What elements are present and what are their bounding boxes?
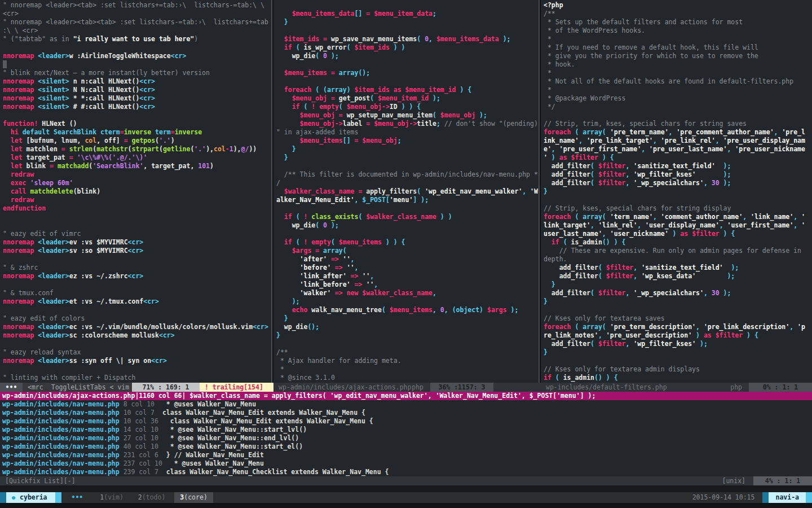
code-line: [3, 60, 271, 69]
code-line: * hook.: [544, 60, 812, 69]
code-line: * Not all of the default hooks are found…: [544, 77, 812, 86]
code-line: [276, 204, 539, 213]
quickfix-row[interactable]: wp-admin/includes/nav-menu.php 237 col 1…: [0, 459, 812, 468]
code-line: }: [276, 145, 539, 154]
quickfix-fileformat: [unix]: [722, 477, 745, 485]
quickfix-row[interactable]: wp-admin/includes/nav-menu.php 27 col 10…: [0, 434, 812, 443]
tmux-dots-icon: •••: [72, 493, 83, 502]
code-line: [3, 281, 271, 289]
code-line: 'walker' => new $walker_class_name,: [276, 289, 539, 297]
code-line: [276, 27, 539, 35]
code-line: ink_name', 'pre_link_target', 'pre_link_…: [544, 137, 812, 145]
code-line: nnoremap <leader>sc :colorscheme mollusk…: [3, 331, 271, 340]
vim-command-line[interactable]: [0, 485, 812, 492]
quickfix-list[interactable]: wp-admin/includes/ajax-actions.php|1160 …: [0, 392, 812, 476]
code-line: let blink = matchadd('SearchBlink', targ…: [3, 162, 271, 170]
statusline-right-filetype: php: [730, 383, 742, 392]
code-line: $item_ids = wp_save_nav_menu_items( 0, $…: [276, 35, 539, 43]
code-line: * of the WordPress hooks.: [544, 27, 812, 35]
code-line: <cr>: [3, 10, 271, 18]
quickfix-row[interactable]: wp-admin/includes/nav-menu.php 10 col 36…: [0, 417, 812, 426]
code-line: 'link_before' => '',: [276, 281, 539, 289]
code-line: echo walk_nav_menu_tree( $menu_items, 0,…: [276, 306, 539, 314]
vim-pane-ajax-actions[interactable]: $menu_items_data[] = $menu_item_data; } …: [273, 0, 540, 383]
code-line: }: [544, 281, 812, 289]
tmux-clock: 2015-09-14 10:15: [692, 493, 755, 502]
quickfix-row[interactable]: wp-admin/includes/nav-menu.php 14 col 10…: [0, 426, 812, 434]
code-line: nnoremap <silent> N N:call HLNext()<cr>: [3, 86, 271, 94]
code-line: ' ) as $filter ) {: [544, 154, 812, 162]
code-line: add_filter( $filter, '_wp_specialchars',…: [544, 179, 812, 187]
quickfix-selected-row[interactable]: wp-admin/includes/ajax-actions.php|1160 …: [0, 392, 812, 400]
code-line: /** This filter is documented in wp-admi…: [276, 170, 539, 179]
code-line: nnoremap <silent> n n:call HLNext()<cr>: [3, 77, 271, 86]
code-line: 'link_after' => '',: [276, 272, 539, 281]
code-line: if ( is_admin() ) {: [544, 374, 812, 382]
code-line: nnoremap <leader>w :AirlineToggleWhitesp…: [3, 52, 271, 60]
code-line: :\ \ <cr>: [3, 27, 271, 35]
code-line: redraw: [3, 196, 271, 204]
code-line: foreach ( (array) $item_ids as $menu_ite…: [276, 86, 539, 94]
code-line: $menu_obj = get_post( $menu_item_id );: [276, 94, 539, 103]
vim-pane-default-filters[interactable]: <?php/** * Sets up the default filters a…: [541, 0, 812, 383]
code-line: [3, 340, 271, 348]
code-line: [3, 221, 271, 230]
code-line: * If you need to remove a default hook, …: [544, 43, 812, 52]
tmux-hostname-badge: navi-a: [769, 492, 806, 503]
statusline-left-context: ToggleListTabs < vim: [43, 383, 132, 392]
code-line: // These are expensive. Run only on admi…: [544, 247, 812, 255]
tmux-window-3[interactable]: 3 (core): [174, 492, 213, 503]
code-line: 'after' => '',: [276, 255, 539, 264]
code-line: nnoremap <leader>ss :syn off \| syn on<c…: [3, 357, 271, 365]
code-line: }: [276, 331, 539, 340]
code-line: 'before' => '',: [276, 264, 539, 272]
code-line: " ("tabtab" as in "i really want to use …: [3, 35, 271, 43]
code-line: [276, 340, 539, 348]
code-line: [3, 365, 271, 374]
code-line: " eazy edit of vimrc: [3, 230, 271, 238]
code-line: nnoremap <silent> # #:call HLNext()<cr>: [3, 103, 271, 111]
code-line: if ( ! empty( $menu_obj->ID ) ) {: [276, 103, 539, 111]
code-line: user_last_name', 'user_nickname' ) as $f…: [544, 230, 812, 238]
code-line: wp_die( 0 );: [276, 52, 539, 60]
code-line: function! HLNext (): [3, 120, 271, 128]
code-line: nnoremap <leader>ec :vs ~/.vim/bundle/mo…: [3, 323, 271, 331]
quickfix-row[interactable]: wp-admin/includes/nav-menu.php 231 col 6…: [0, 451, 812, 459]
code-line: // Kses only for textarea saves: [544, 314, 812, 323]
code-line: /**: [276, 348, 539, 357]
code-line: add_filter( $filter, 'wp_kses_data' );: [544, 272, 812, 281]
code-line: nnoremap <leader>et :vs ~/.tmux.conf<cr>: [3, 297, 271, 306]
quickfix-row[interactable]: wp-admin/includes/nav-menu.php 10 col 7 …: [0, 409, 812, 417]
code-line: alker_Nav_Menu_Edit', $_POST['menu'] );: [276, 196, 539, 204]
statusline-left-filename: <mrc: [23, 383, 43, 392]
quickfix-row[interactable]: wp-admin/includes/nav-menu.php 239 col 7…: [0, 468, 812, 476]
statusline-right-position: 0% : 1: 1: [749, 383, 812, 392]
tmux-session-badge[interactable]: ● cyberia: [6, 492, 55, 503]
code-line: }: [544, 297, 812, 306]
tmux-window-2[interactable]: 2 (todo): [133, 492, 171, 503]
statusline-middle-inactive: wp-admin/includes/ajax-actions.php php 3…: [273, 383, 541, 392]
tmux-session-edge-left: [0, 492, 6, 503]
code-line: [276, 77, 539, 86]
quickfix-row[interactable]: wp-admin/includes/nav-menu.php 40 col 10…: [0, 443, 812, 451]
code-line: [544, 196, 812, 204]
quickfix-statusline: [Quickfix List][-] [unix] 4% : 1: 1: [0, 476, 812, 485]
code-line: wp_die( 0 );: [276, 221, 539, 230]
quickfix-title: [Quickfix List][-]: [0, 477, 722, 485]
code-line: " eazy edit of colors: [3, 314, 271, 323]
code-line: }: [276, 314, 539, 323]
code-line: }: [276, 18, 539, 27]
code-line: * Ajax handler for adding meta.: [276, 357, 539, 365]
code-line: }: [276, 154, 539, 162]
code-line: [3, 255, 271, 264]
quickfix-row[interactable]: wp-admin/includes/nav-menu.php 8 col 10 …: [0, 400, 812, 409]
code-line: *: [544, 86, 812, 94]
code-line: $walker_class_name = apply_filters( 'wp_…: [276, 187, 539, 196]
tmux-window-1[interactable]: 1 (vim): [94, 492, 129, 503]
code-line: [3, 213, 271, 221]
bottom-strip: [0, 503, 812, 508]
code-line: *: [276, 365, 539, 374]
code-line: " in ajax-added items: [276, 128, 539, 137]
vim-pane-vimrc[interactable]: " nnoremap <leader><tab> :set listchars+…: [0, 0, 272, 383]
code-line: [544, 111, 812, 120]
